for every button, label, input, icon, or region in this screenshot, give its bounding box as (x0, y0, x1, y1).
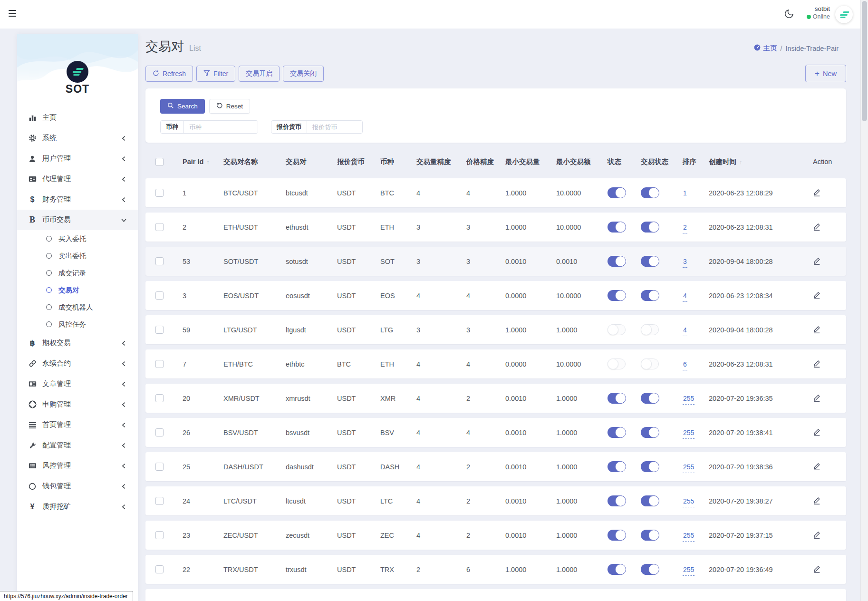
filter-button[interactable]: Filter (196, 66, 235, 82)
quote-filter-input[interactable] (307, 121, 362, 133)
coin-filter-input[interactable] (184, 121, 258, 133)
trade-status-toggle[interactable] (641, 256, 659, 267)
edit-button[interactable] (813, 531, 821, 539)
sort-editable-link[interactable]: 4 (683, 326, 687, 336)
row-checkbox[interactable] (155, 394, 164, 402)
status-toggle[interactable] (608, 324, 626, 335)
sort-editable-link[interactable]: 6 (683, 360, 687, 370)
status-toggle[interactable] (608, 530, 626, 541)
status-toggle[interactable] (608, 427, 626, 438)
column-header-12[interactable]: 创建时间↑ (709, 157, 809, 166)
sidebar-item-articles[interactable]: 文章管理 (17, 374, 138, 394)
breadcrumb-home-link[interactable]: 主页 (754, 44, 777, 53)
sidebar-item-config[interactable]: 配置管理 (17, 435, 138, 456)
trade-status-toggle[interactable] (641, 222, 659, 233)
trade-status-toggle[interactable] (641, 393, 659, 404)
sort-editable-link[interactable]: 3 (683, 258, 687, 268)
sidebar-item-finance[interactable]: $财务管理 (17, 189, 138, 210)
trade-status-toggle[interactable] (641, 564, 659, 575)
sidebar-subitem-trade-pairs[interactable]: 交易对 (17, 281, 138, 299)
select-all-checkbox[interactable] (155, 158, 164, 166)
user-menu[interactable]: sotbit Online (807, 5, 830, 21)
row-checkbox[interactable] (155, 463, 164, 471)
status-toggle[interactable] (608, 393, 626, 404)
edit-button[interactable] (813, 428, 821, 436)
edit-button[interactable] (813, 188, 821, 196)
sidebar-subitem-trade-records[interactable]: 成交记录 (17, 264, 138, 281)
sort-editable-link[interactable]: 255 (683, 566, 694, 576)
trade-status-toggle[interactable] (641, 461, 659, 472)
sidebar-subitem-sell-orders[interactable]: 卖出委托 (17, 247, 138, 264)
sort-editable-link[interactable]: 255 (683, 497, 694, 507)
edit-button[interactable] (813, 257, 821, 265)
trade-status-toggle[interactable] (641, 290, 659, 301)
edit-button[interactable] (813, 496, 821, 504)
edit-button[interactable] (813, 462, 821, 470)
sort-editable-link[interactable]: 255 (683, 532, 694, 542)
sidebar-item-home[interactable]: 主页 (17, 107, 138, 128)
sidebar-item-options-trade[interactable]: ฿期权交易 (17, 333, 138, 353)
edit-button[interactable] (813, 565, 821, 573)
window-scrollbar[interactable] (860, 0, 868, 601)
sidebar-item-perpetual[interactable]: 永续合约 (17, 353, 138, 374)
trade-close-button[interactable]: 交易关闭 (283, 66, 324, 82)
edit-button[interactable] (813, 325, 821, 333)
column-header-0[interactable]: Pair Id↑ (183, 158, 223, 165)
status-toggle[interactable] (608, 222, 626, 233)
row-checkbox[interactable] (155, 257, 164, 265)
sort-editable-link[interactable]: 255 (683, 395, 694, 405)
sidebar-subitem-risk-tasks[interactable]: 风控任务 (17, 316, 138, 333)
trade-status-toggle[interactable] (641, 530, 659, 541)
trade-open-button[interactable]: 交易开启 (239, 66, 280, 82)
sidebar-item-agents[interactable]: 代理管理 (17, 169, 138, 189)
row-checkbox[interactable] (155, 291, 164, 300)
trade-status-toggle[interactable] (641, 324, 659, 335)
sidebar-item-staking[interactable]: ¥质押挖矿 (17, 496, 138, 517)
trade-status-toggle[interactable] (641, 427, 659, 438)
row-checkbox[interactable] (155, 189, 164, 197)
avatar[interactable] (835, 6, 853, 23)
status-toggle[interactable] (608, 461, 626, 472)
dark-mode-moon-icon[interactable] (783, 8, 796, 20)
row-checkbox[interactable] (155, 531, 164, 539)
sidebar-item-risk[interactable]: 风控管理 (17, 456, 138, 476)
edit-button[interactable] (813, 223, 821, 231)
new-button[interactable]: + New (805, 65, 846, 82)
trade-status-toggle[interactable] (641, 495, 659, 506)
sidebar-subitem-trade-bots[interactable]: 成交机器人 (17, 299, 138, 316)
refresh-button[interactable]: Refresh (145, 66, 193, 82)
hamburger-menu-icon[interactable] (9, 10, 16, 17)
scrollbar-thumb[interactable] (862, 1, 867, 121)
status-toggle[interactable] (608, 359, 626, 369)
sidebar-subitem-buy-orders[interactable]: 买入委托 (17, 230, 138, 247)
sidebar-item-system[interactable]: 系统 (17, 128, 138, 148)
sidebar-item-wallet[interactable]: 钱包管理 (17, 476, 138, 496)
trade-status-toggle[interactable] (641, 187, 659, 198)
trade-status-toggle[interactable] (641, 359, 659, 369)
sort-editable-link[interactable]: 2 (683, 223, 687, 233)
status-toggle[interactable] (608, 290, 626, 301)
sort-editable-link[interactable]: 1 (683, 189, 687, 199)
edit-button[interactable] (813, 394, 821, 402)
status-toggle[interactable] (608, 187, 626, 198)
sidebar-item-spot-trade[interactable]: B币币交易 (17, 210, 138, 230)
search-button[interactable]: Search (160, 99, 205, 114)
sidebar-item-homepage[interactable]: 首页管理 (17, 415, 138, 435)
reset-button[interactable]: Reset (209, 99, 250, 114)
row-checkbox[interactable] (155, 326, 164, 334)
row-checkbox[interactable] (155, 497, 164, 505)
sort-editable-link[interactable]: 4 (683, 292, 687, 302)
edit-button[interactable] (813, 359, 821, 368)
row-checkbox[interactable] (155, 565, 164, 573)
edit-button[interactable] (813, 291, 821, 299)
row-checkbox[interactable] (155, 360, 164, 368)
sort-editable-link[interactable]: 255 (683, 429, 694, 439)
row-checkbox[interactable] (155, 223, 164, 231)
status-toggle[interactable] (608, 564, 626, 575)
status-toggle[interactable] (608, 256, 626, 267)
status-toggle[interactable] (608, 495, 626, 506)
sidebar-item-users[interactable]: 用户管理 (17, 148, 138, 169)
row-checkbox[interactable] (155, 428, 164, 436)
sort-editable-link[interactable]: 255 (683, 463, 694, 473)
sidebar-item-subscription[interactable]: 申购管理 (17, 394, 138, 415)
